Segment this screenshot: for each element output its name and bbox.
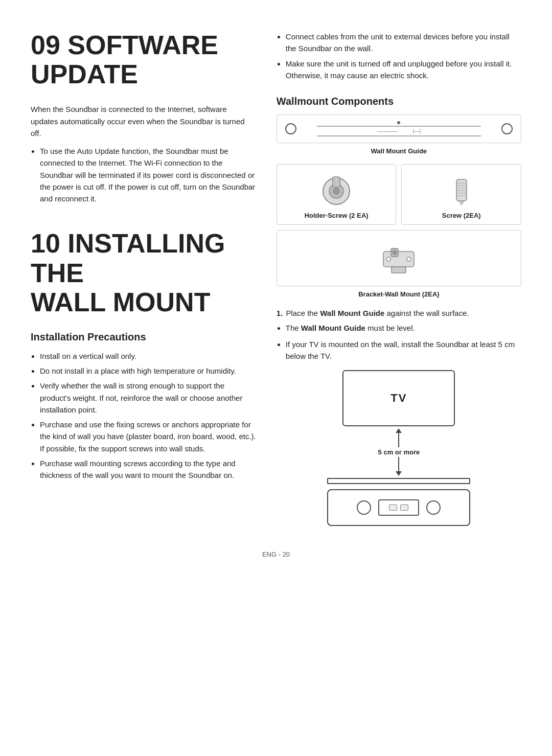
gap-arrow-vertical: 5 cm or more <box>378 428 420 476</box>
screw-item: Screw (2EA) <box>401 164 521 225</box>
right-top-bullets: Connect cables from the unit to external… <box>286 31 521 81</box>
guide-line-bottom <box>317 135 481 136</box>
arrow-line-1 <box>398 433 399 447</box>
guide-circle-left <box>285 123 296 134</box>
step-1-number: 1. <box>277 309 283 317</box>
page: 09 SOFTWAREUPDATE When the Soundbar is c… <box>31 31 521 526</box>
right-column: Connect cables from the unit to external… <box>277 31 521 526</box>
svg-rect-6 <box>456 179 467 201</box>
svg-rect-17 <box>392 267 406 273</box>
svg-point-18 <box>386 257 390 261</box>
bracket-icon <box>373 241 424 277</box>
section-09-number: 09 <box>31 30 60 60</box>
step-1-sub-2: If your TV is mounted on the wall, insta… <box>286 338 521 362</box>
wallmount-components-title: Wallmount Components <box>277 96 521 107</box>
wall-line <box>327 478 470 484</box>
soundbar-port-1 <box>389 505 397 511</box>
svg-point-16 <box>393 250 397 255</box>
arrow-head-down <box>396 471 402 476</box>
soundbar-circle-left <box>357 500 371 515</box>
right-bullet-2: Make sure the unit is turned off and unp… <box>286 58 521 82</box>
guide-bar: ———— |—| <box>296 121 501 136</box>
soundbar-diagram <box>327 489 470 526</box>
step-1-sub-1-bold: Wall Mount Guide <box>301 324 365 332</box>
wall-mount-guide-label: Wall Mount Guide <box>277 147 521 155</box>
screw-icon <box>441 172 482 208</box>
soundbar-ports <box>378 499 419 516</box>
bracket-wall-mount-label: Bracket-Wall Mount (2EA) <box>277 290 521 298</box>
precaution-1: Install on a vertical wall only. <box>40 350 256 362</box>
tv-diagram: TV 5 cm or more <box>277 370 521 526</box>
guide-dot <box>397 121 400 124</box>
steps-list: 1. Place the Wall Mount Guide against th… <box>277 307 521 362</box>
bracket-wall-mount-item <box>277 230 521 286</box>
precaution-4: Purchase and use the fixing screws or an… <box>40 419 256 454</box>
step-1-subbullets: The Wall Mount Guide must be level. If y… <box>286 322 521 362</box>
page-footer: ENG - 20 <box>31 551 521 558</box>
section-09-bullets: To use the Auto Update function, the Sou… <box>40 145 256 204</box>
tv-box: TV <box>342 370 455 426</box>
soundbar-circle-right <box>426 500 441 515</box>
guide-line-top <box>317 126 481 127</box>
gap-text: 5 cm or more <box>378 448 420 456</box>
wall-mount-guide-illustration: ———— |—| <box>277 114 521 143</box>
step-1-sub-1: The Wall Mount Guide must be level. <box>286 322 521 334</box>
holder-screw-label: Holder-Screw (2 EA) <box>305 212 369 219</box>
screw-label: Screw (2EA) <box>442 212 481 219</box>
section-09-body: When the Soundbar is connected to the In… <box>31 103 256 139</box>
holder-screw-icon <box>316 172 357 208</box>
svg-point-2 <box>333 188 339 194</box>
gap-arrow: 5 cm or more <box>378 428 420 476</box>
installation-precautions-title: Installation Precautions <box>31 331 256 343</box>
step-1: 1. Place the Wall Mount Guide against th… <box>277 307 521 362</box>
section-09-title: 09 SOFTWAREUPDATE <box>31 31 256 89</box>
section-09: 09 SOFTWAREUPDATE When the Soundbar is c… <box>31 31 256 204</box>
components-row: Holder-Screw (2 EA) Screw (2EA <box>277 164 521 225</box>
tv-label: TV <box>390 392 407 405</box>
precaution-5: Purchase wall mounting screws according … <box>40 457 256 482</box>
step-1-bold-1: Wall Mount Guide <box>320 309 384 317</box>
svg-marker-13 <box>459 201 464 205</box>
guide-circle-right <box>501 123 513 134</box>
holder-screw-item: Holder-Screw (2 EA) <box>277 164 397 225</box>
section-10-number: 10 <box>31 228 60 258</box>
section-10: 10 INSTALLING THEWALL MOUNT Installation… <box>31 229 256 481</box>
svg-rect-3 <box>333 177 340 187</box>
precaution-3: Verify whether the wall is strong enough… <box>40 380 256 416</box>
section-09-bullet-1: To use the Auto Update function, the Sou… <box>40 145 256 204</box>
installation-precautions-list: Install on a vertical wall only. Do not … <box>40 350 256 482</box>
precaution-2: Do not install in a place with high temp… <box>40 365 256 377</box>
soundbar-port-2 <box>400 505 408 511</box>
section-10-title: 10 INSTALLING THEWALL MOUNT <box>31 229 256 317</box>
footer-text: ENG - 20 <box>262 551 290 558</box>
left-column: 09 SOFTWAREUPDATE When the Soundbar is c… <box>31 31 256 526</box>
right-bullet-1: Connect cables from the unit to external… <box>286 31 521 55</box>
arrow-line-2 <box>398 457 399 471</box>
svg-point-19 <box>407 257 411 261</box>
arrow-head-up <box>396 428 402 433</box>
